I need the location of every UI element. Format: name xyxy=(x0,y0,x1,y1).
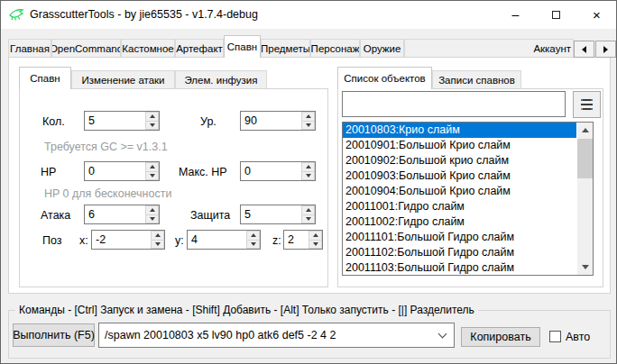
pos-y-label: y: xyxy=(175,234,184,247)
auto-checkbox[interactable] xyxy=(549,331,561,342)
tab-items[interactable]: Предметы xyxy=(261,39,310,57)
attack-up-button[interactable] xyxy=(145,205,159,215)
close-button[interactable]: × xyxy=(576,1,617,28)
sort-lines-icon xyxy=(581,99,593,101)
tab-spawn[interactable]: Спавн xyxy=(224,35,261,58)
pos-z-up-button[interactable] xyxy=(308,231,322,241)
down-arrow-icon xyxy=(150,217,155,221)
command-combobox[interactable]: /spawn 20010803 x5 lv90 hp0 atk6 def5 -2… xyxy=(98,323,455,348)
pos-x-input[interactable] xyxy=(92,231,150,249)
subtab-attack-mod[interactable]: Изменение атаки xyxy=(71,70,175,88)
defense-spinner xyxy=(240,205,316,224)
pos-x-label: x: xyxy=(79,234,88,247)
count-label: Кол. xyxy=(42,115,65,128)
tab-account[interactable]: Аккаунт xyxy=(404,39,574,57)
close-icon: × xyxy=(593,7,601,23)
maximize-button[interactable] xyxy=(536,1,576,28)
max-hp-input[interactable] xyxy=(241,162,300,180)
up-arrow-icon xyxy=(313,233,318,237)
commands-group-title: Команды - [Ctrl] Запуск и замена - [Shif… xyxy=(15,304,478,316)
tab-artifact[interactable]: Артефакт xyxy=(175,39,224,57)
grasshopper-app-icon xyxy=(9,7,24,22)
tab-scroll-left-button[interactable] xyxy=(574,41,594,58)
list-item[interactable]: 20010904:Большой Крио слайм xyxy=(343,184,576,199)
tab-scroll-right-button[interactable] xyxy=(595,41,616,58)
maximize-icon xyxy=(552,11,560,19)
subtab-elem-infusion[interactable]: Элем. инфузия xyxy=(175,70,267,88)
down-arrow-icon xyxy=(251,242,256,246)
entity-menu-button[interactable] xyxy=(573,91,601,118)
defense-input[interactable] xyxy=(241,205,300,223)
count-input[interactable] xyxy=(85,112,144,130)
level-label: Ур. xyxy=(200,115,216,128)
defense-down-button[interactable] xyxy=(301,215,315,224)
level-down-button[interactable] xyxy=(301,122,315,131)
list-item[interactable]: 20010902:Большой крио слайм xyxy=(343,153,576,168)
hp-label: HP xyxy=(41,166,56,178)
max-hp-down-button[interactable] xyxy=(301,172,315,181)
level-input[interactable] xyxy=(241,112,300,130)
attack-input[interactable] xyxy=(85,205,144,223)
scrollbar-up-icon xyxy=(582,128,589,132)
up-arrow-icon xyxy=(306,208,311,212)
scrollbar-down-icon xyxy=(582,265,589,269)
scrollbar-thumb[interactable] xyxy=(577,139,593,178)
count-down-button[interactable] xyxy=(145,122,159,131)
attack-down-button[interactable] xyxy=(145,215,159,224)
list-item[interactable]: 20011102:Большой Гидро слайм xyxy=(343,245,576,260)
down-arrow-icon xyxy=(306,123,311,127)
hp-input[interactable] xyxy=(85,162,144,180)
scrollbar-down-button[interactable] xyxy=(577,259,593,275)
window-title: GrasscutterTools - by jie65535 - v1.7.4-… xyxy=(30,8,258,21)
tab-entity-list[interactable]: Список объектов xyxy=(337,67,432,89)
up-arrow-icon xyxy=(251,233,256,237)
hp-down-button[interactable] xyxy=(145,172,159,181)
pos-z-down-button[interactable] xyxy=(308,241,322,250)
count-up-button[interactable] xyxy=(145,112,159,122)
entity-search-input[interactable] xyxy=(342,91,566,117)
max-hp-label: Макс. HP xyxy=(179,166,227,178)
defense-label: Защита xyxy=(190,209,230,222)
max-hp-up-button[interactable] xyxy=(301,162,315,172)
tab-main[interactable]: Главная xyxy=(8,39,51,57)
pos-y-down-button[interactable] xyxy=(246,241,260,250)
defense-up-button[interactable] xyxy=(301,205,315,215)
tab-custom[interactable]: Кастомное xyxy=(121,39,175,57)
scrollbar-up-button[interactable] xyxy=(577,123,593,138)
copy-button[interactable]: Копировать xyxy=(461,327,540,347)
pos-x-up-button[interactable] xyxy=(151,231,164,241)
right-arrow-icon xyxy=(603,46,608,53)
level-up-button[interactable] xyxy=(301,112,315,122)
left-arrow-icon xyxy=(582,46,586,53)
attack-spinner xyxy=(84,205,160,224)
level-spinner xyxy=(240,111,316,131)
pos-z-spinner xyxy=(283,230,323,250)
chevron-down-icon xyxy=(438,330,447,339)
list-item[interactable]: 20011001:Гидро слайм xyxy=(343,199,576,214)
tab-spawn-records[interactable]: Записи спавнов xyxy=(432,70,521,88)
run-button[interactable]: Выполнить (F5) xyxy=(13,323,95,347)
pos-y-input[interactable] xyxy=(188,231,245,249)
list-item[interactable]: 20011101:Большой Гидро слайм xyxy=(343,230,576,245)
subtab-spawn[interactable]: Спавн xyxy=(19,67,71,89)
hp-up-button[interactable] xyxy=(145,162,159,172)
up-arrow-icon xyxy=(306,114,311,118)
tab-opencommand[interactable]: OpenCommand xyxy=(51,39,121,57)
list-item[interactable]: 20011002:Гидро слайм xyxy=(343,214,576,230)
attack-label: Атака xyxy=(41,209,70,222)
pos-x-spinner xyxy=(91,230,165,250)
list-item[interactable]: 20010803:Крио слайм xyxy=(343,123,576,138)
list-item[interactable]: 20011103:Большой Гидро слайм xyxy=(343,260,576,276)
minimize-button[interactable]: – xyxy=(495,1,536,28)
pos-y-up-button[interactable] xyxy=(246,231,260,241)
list-item[interactable]: 20010903:Большой Крио слайм xyxy=(343,168,576,184)
down-arrow-icon xyxy=(313,242,318,246)
pos-x-down-button[interactable] xyxy=(151,241,164,250)
tab-character[interactable]: Персонаж xyxy=(310,39,360,57)
pos-z-input[interactable] xyxy=(284,231,308,249)
list-item[interactable]: 20010901:Большой Крио слайм xyxy=(343,138,576,153)
tab-weapon[interactable]: Оружие xyxy=(360,39,404,57)
command-text: /spawn 20010803 x5 lv90 hp0 atk6 def5 -2… xyxy=(105,329,336,341)
up-arrow-icon xyxy=(150,165,155,168)
up-arrow-icon xyxy=(155,233,161,237)
